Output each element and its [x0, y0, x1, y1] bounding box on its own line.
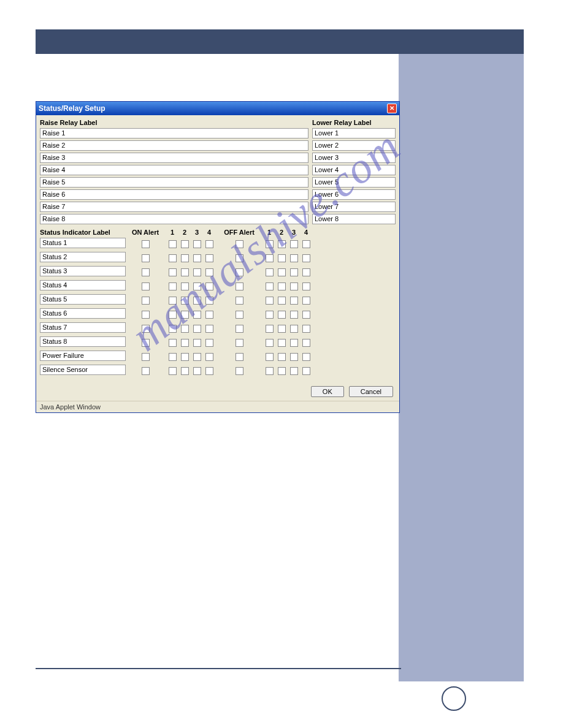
lower-input-8[interactable]: Lower 8 [312, 214, 396, 224]
close-button[interactable]: ✕ [387, 104, 397, 113]
off-3-checkbox[interactable] [290, 367, 298, 375]
off-alert-checkbox[interactable] [236, 311, 243, 319]
on-2-checkbox[interactable] [181, 282, 189, 290]
off-3-checkbox[interactable] [290, 254, 298, 262]
on-2-checkbox[interactable] [181, 367, 189, 375]
on-alert-checkbox[interactable] [142, 367, 150, 375]
off-3-checkbox[interactable] [290, 240, 298, 248]
off-1-checkbox[interactable] [266, 240, 274, 248]
raise-input-7[interactable]: Raise 7 [40, 202, 308, 212]
off-alert-checkbox[interactable] [236, 240, 243, 248]
off-2-checkbox[interactable] [278, 353, 286, 361]
on-1-checkbox[interactable] [169, 282, 177, 290]
off-4-checkbox[interactable] [302, 325, 310, 333]
lower-input-4[interactable]: Lower 4 [312, 165, 396, 175]
status-input-5[interactable]: Status 5 [40, 294, 126, 305]
off-alert-checkbox[interactable] [236, 353, 243, 361]
on-3-checkbox[interactable] [193, 282, 201, 290]
off-alert-checkbox[interactable] [236, 325, 243, 333]
on-2-checkbox[interactable] [181, 325, 189, 333]
on-3-checkbox[interactable] [193, 311, 201, 319]
on-2-checkbox[interactable] [181, 297, 189, 305]
off-1-checkbox[interactable] [266, 353, 274, 361]
off-4-checkbox[interactable] [302, 353, 310, 361]
on-alert-checkbox[interactable] [142, 339, 150, 347]
status-input-4[interactable]: Status 4 [40, 280, 126, 290]
on-1-checkbox[interactable] [169, 325, 177, 333]
off-alert-checkbox[interactable] [236, 254, 243, 262]
on-alert-checkbox[interactable] [142, 353, 150, 361]
off-4-checkbox[interactable] [302, 268, 310, 276]
on-2-checkbox[interactable] [181, 268, 189, 276]
on-1-checkbox[interactable] [169, 268, 177, 276]
raise-input-4[interactable]: Raise 4 [40, 165, 308, 175]
cancel-button[interactable]: Cancel [349, 386, 393, 397]
on-1-checkbox[interactable] [169, 240, 177, 248]
status-input-9[interactable]: Power Failure [40, 351, 126, 361]
lower-input-6[interactable]: Lower 6 [312, 189, 396, 200]
on-2-checkbox[interactable] [181, 339, 189, 347]
off-4-checkbox[interactable] [302, 297, 310, 305]
raise-input-3[interactable]: Raise 3 [40, 153, 308, 163]
on-1-checkbox[interactable] [169, 254, 177, 262]
on-4-checkbox[interactable] [205, 325, 213, 333]
status-input-3[interactable]: Status 3 [40, 266, 126, 276]
raise-input-2[interactable]: Raise 2 [40, 140, 308, 151]
on-4-checkbox[interactable] [205, 297, 213, 305]
off-2-checkbox[interactable] [278, 325, 286, 333]
off-3-checkbox[interactable] [290, 311, 298, 319]
status-input-2[interactable]: Status 2 [40, 252, 126, 262]
off-alert-checkbox[interactable] [236, 339, 243, 347]
on-4-checkbox[interactable] [205, 367, 213, 375]
on-alert-checkbox[interactable] [142, 254, 150, 262]
on-4-checkbox[interactable] [205, 282, 213, 290]
on-3-checkbox[interactable] [193, 240, 201, 248]
off-1-checkbox[interactable] [266, 282, 274, 290]
on-4-checkbox[interactable] [205, 311, 213, 319]
off-3-checkbox[interactable] [290, 282, 298, 290]
on-4-checkbox[interactable] [205, 268, 213, 276]
off-alert-checkbox[interactable] [236, 367, 243, 375]
off-1-checkbox[interactable] [266, 325, 274, 333]
off-4-checkbox[interactable] [302, 240, 310, 248]
off-3-checkbox[interactable] [290, 339, 298, 347]
off-alert-checkbox[interactable] [236, 282, 243, 290]
on-3-checkbox[interactable] [193, 297, 201, 305]
status-input-10[interactable]: Silence Sensor [40, 365, 126, 375]
off-3-checkbox[interactable] [290, 353, 298, 361]
off-2-checkbox[interactable] [278, 254, 286, 262]
raise-input-1[interactable]: Raise 1 [40, 128, 308, 138]
on-alert-checkbox[interactable] [142, 268, 150, 276]
on-3-checkbox[interactable] [193, 353, 201, 361]
raise-input-8[interactable]: Raise 8 [40, 214, 308, 224]
off-1-checkbox[interactable] [266, 311, 274, 319]
on-1-checkbox[interactable] [169, 339, 177, 347]
off-3-checkbox[interactable] [290, 325, 298, 333]
off-3-checkbox[interactable] [290, 268, 298, 276]
lower-input-3[interactable]: Lower 3 [312, 153, 396, 163]
on-3-checkbox[interactable] [193, 268, 201, 276]
on-1-checkbox[interactable] [169, 297, 177, 305]
off-1-checkbox[interactable] [266, 268, 274, 276]
lower-input-2[interactable]: Lower 2 [312, 140, 396, 151]
status-input-6[interactable]: Status 6 [40, 308, 126, 319]
on-4-checkbox[interactable] [205, 254, 213, 262]
lower-input-7[interactable]: Lower 7 [312, 202, 396, 212]
off-4-checkbox[interactable] [302, 367, 310, 375]
ok-button[interactable]: OK [311, 386, 344, 397]
off-1-checkbox[interactable] [266, 297, 274, 305]
raise-input-6[interactable]: Raise 6 [40, 189, 308, 200]
on-4-checkbox[interactable] [205, 339, 213, 347]
on-4-checkbox[interactable] [205, 353, 213, 361]
on-alert-checkbox[interactable] [142, 240, 150, 248]
off-alert-checkbox[interactable] [236, 268, 243, 276]
off-2-checkbox[interactable] [278, 339, 286, 347]
on-3-checkbox[interactable] [193, 367, 201, 375]
off-2-checkbox[interactable] [278, 268, 286, 276]
status-input-1[interactable]: Status 1 [40, 238, 126, 248]
off-4-checkbox[interactable] [302, 311, 310, 319]
off-4-checkbox[interactable] [302, 339, 310, 347]
off-4-checkbox[interactable] [302, 282, 310, 290]
on-1-checkbox[interactable] [169, 311, 177, 319]
off-2-checkbox[interactable] [278, 367, 286, 375]
